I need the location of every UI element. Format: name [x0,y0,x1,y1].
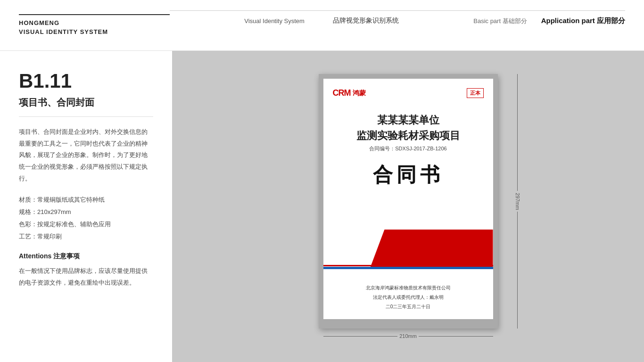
dim-label-width: 210mm [399,333,417,339]
crm-chinese: 鸿蒙 [353,89,366,98]
document-header: CRM 鸿蒙 正本 [323,79,493,103]
logo-area: HONGMENG VISUAL IDENTITY SYSTEM [19,14,170,36]
doc-big-title: 合同书 [373,162,444,188]
dim-line-bottom [517,212,518,329]
left-panel: B1.11 项目书、合同封面 项目书、合同封面是企业对内、对外交换信息的最重要的… [0,51,172,362]
doc-footer-text: 北京海岸鸿蒙标准物质技术有限责任公司 法定代表人或委托代理人：戴永明 二0二三年… [333,283,484,312]
spec-color: 色彩：按规定标准色、辅助色应用 [19,218,153,230]
document-body: 某某某某单位 监测实验耗材采购项目 合同编号：SDXSJ-2017-ZB-120… [323,103,493,230]
section-description: 项目书、合同封面是企业对内、对外交换信息的最重要的工具之一，它同时也代表了企业的… [19,126,153,184]
zhengben-badge: 正本 [467,88,484,98]
dim-line-left [323,336,398,337]
section-code: B1.11 [19,70,153,92]
section-title: 项目书、合同封面 [19,96,153,117]
nav-visual-identity-en[interactable]: Visual Identity System [244,17,305,25]
spec-size: 规格：210x297mm [19,206,153,218]
nav-center: Visual Identity System 品牌视觉形象识别系统 [170,10,473,25]
nav-right: Basic part 基础部分 Application part 应用部分 [473,10,625,25]
dimension-height-indicator: 297mm [515,74,520,329]
page-header: HONGMENG VISUAL IDENTITY SYSTEM Visual I… [0,0,644,51]
brand-name: HONGMENG VISUAL IDENTITY SYSTEM [19,19,170,36]
document-footer: 北京海岸鸿蒙标准物质技术有限责任公司 法定代表人或委托代理人：戴永明 二0二三年… [323,277,493,319]
dim-line-top [517,74,518,191]
nav-basic-part[interactable]: Basic part 基础部分 [473,17,527,25]
dim-line-right [419,336,493,337]
document-wrapper: CRM 鸿蒙 正本 某某某某单位 监测实验耗材采购项目 合同编号：SDXSJ-2… [319,74,498,339]
doc-decoration [323,230,493,277]
specs: 材质：常规铜版纸或其它特种纸 规格：210x297mm 色彩：按规定标准色、辅助… [19,194,153,243]
dimension-width-indicator: 210mm [323,333,493,339]
document-shadow: CRM 鸿蒙 正本 某某某某单位 监测实验耗材采购项目 合同编号：SDXSJ-2… [319,74,498,329]
crm-logo: CRM 鸿蒙 [333,88,366,98]
doc-main-title: 某某某某单位 监测实验耗材采购项目 [356,112,460,143]
crm-text: CRM [333,88,351,98]
red-stripe [323,265,493,266]
nav-application-part[interactable]: Application part 应用部分 [541,16,625,25]
a4-document: CRM 鸿蒙 正本 某某某某单位 监测实验耗材采购项目 合同编号：SDXSJ-2… [323,79,493,319]
main-content-area: CRM 鸿蒙 正本 某某某某单位 监测实验耗材采购项目 合同编号：SDXSJ-2… [172,51,644,362]
attentions-text: 在一般情况下使用品牌标志，应该尽量使用提供的电子资源文件，避免在重绘中出现误差。 [19,265,153,288]
doc-contract-num: 合同编号：SDXSJ-2017-ZB-1206 [369,145,446,152]
red-shape [371,230,493,267]
spec-material: 材质：常规铜版纸或其它特种纸 [19,194,153,206]
spec-craft: 工艺：常规印刷 [19,230,153,243]
attentions-title: Attentions 注意事项 [19,252,153,261]
nav-visual-identity-cn[interactable]: 品牌视觉形象识别系统 [333,16,399,25]
blue-stripe [323,267,493,269]
dim-label-height: 297mm [515,191,520,212]
